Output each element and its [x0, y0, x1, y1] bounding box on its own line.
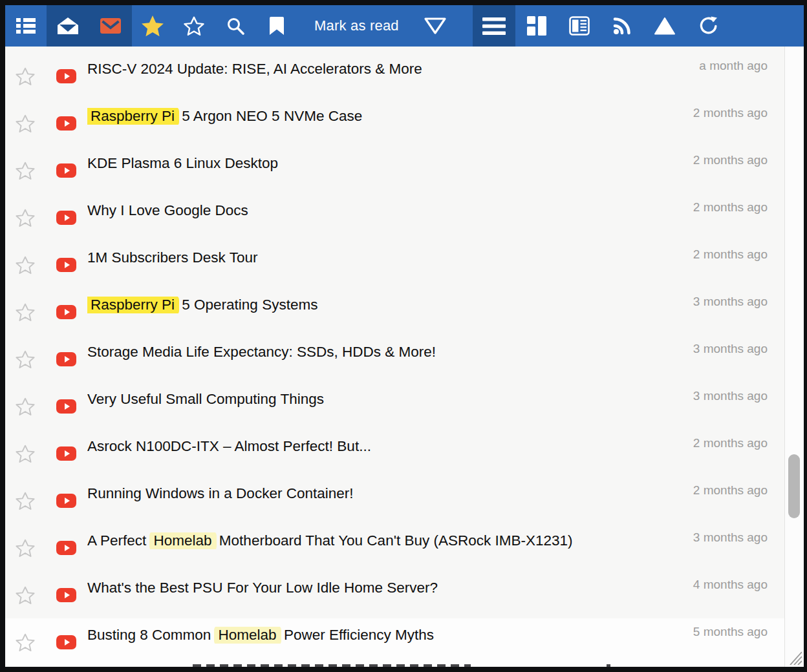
filter-dropdown-icon: [424, 17, 447, 35]
item-timestamp: 5 months ago: [693, 625, 768, 639]
article-list: RISC-V 2024 Update: RISE, AI Accelerator…: [5, 47, 784, 667]
star-icon[interactable]: [16, 585, 35, 604]
youtube-icon: [56, 116, 76, 131]
item-title: What's the Best PSU For Your Low Idle Ho…: [87, 580, 687, 596]
scrollbar-track[interactable]: [784, 47, 804, 667]
list-item[interactable]: Raspberry Pi 5 Operating Systems 3 month…: [5, 288, 784, 335]
refresh-icon: [698, 16, 717, 36]
unflagged-filter-button[interactable]: [173, 5, 215, 47]
item-title: 1M Subscribers Desk Tour: [87, 249, 687, 266]
star-icon[interactable]: [16, 633, 35, 651]
star-icon[interactable]: [16, 161, 35, 180]
youtube-icon: [56, 211, 76, 225]
star-filled-icon: [141, 15, 164, 37]
content-area: RISC-V 2024 Update: RISE, AI Accelerator…: [5, 47, 804, 667]
open-envelope-icon: [58, 17, 78, 34]
scrollbar-thumb[interactable]: [788, 454, 800, 518]
list-item[interactable]: Busting 8 Common Homelab Power Efficienc…: [5, 618, 784, 666]
item-timestamp: 2 months ago: [693, 153, 768, 167]
search-button[interactable]: [215, 5, 256, 47]
star-icon[interactable]: [16, 302, 35, 321]
unread-envelope-icon: [100, 18, 121, 34]
toolbar: Mark as read: [5, 5, 804, 47]
refresh-button[interactable]: [686, 5, 729, 47]
item-title: Raspberry Pi 5 Argon NEO 5 NVMe Case: [87, 108, 687, 125]
list-item[interactable]: What's the Best PSU For Your Low Idle Ho…: [5, 571, 784, 618]
youtube-icon: [56, 305, 76, 319]
youtube-icon: [56, 541, 76, 555]
layout-button[interactable]: [515, 5, 558, 47]
item-timestamp: a month ago: [699, 59, 768, 73]
star-icon[interactable]: [16, 67, 35, 85]
item-title: Running Windows in a Docker Container!: [87, 485, 687, 502]
youtube-icon: [56, 635, 76, 649]
item-timestamp: 3 months ago: [693, 530, 768, 545]
star-icon[interactable]: [16, 350, 35, 368]
item-timestamp: 3 months ago: [693, 389, 768, 403]
youtube-icon: [56, 69, 76, 83]
bookmark-button[interactable]: [256, 5, 297, 47]
item-title: A Perfect Homelab Motherboard That You C…: [87, 532, 687, 549]
read-mail-button[interactable]: [47, 5, 89, 47]
item-title: Raspberry Pi 5 Operating Systems: [87, 297, 687, 313]
item-title: KDE Plasma 6 Linux Desktop: [87, 155, 687, 172]
mark-as-read-label: Mark as read: [314, 17, 399, 34]
item-timestamp: 3 months ago: [693, 342, 768, 356]
star-icon[interactable]: [16, 397, 35, 415]
star-icon[interactable]: [16, 491, 35, 510]
youtube-icon: [56, 163, 76, 178]
item-timestamp: 3 months ago: [693, 295, 768, 309]
list-item[interactable]: KDE Plasma 6 Linux Desktop 2 months ago: [5, 147, 784, 194]
hamburger-icon: [482, 17, 506, 35]
item-title: Why I Love Google Docs: [87, 202, 687, 219]
reader-view-button[interactable]: [558, 5, 601, 47]
resize-grip-icon[interactable]: [788, 649, 802, 665]
item-title: Asrock N100DC-ITX – Almost Perfect! But.…: [87, 438, 687, 455]
star-outline-icon: [184, 16, 204, 36]
youtube-icon: [56, 399, 76, 414]
star-icon[interactable]: [16, 114, 35, 132]
list-item[interactable]: Asrock N100DC-ITX – Almost Perfect! But.…: [5, 430, 784, 477]
youtube-icon: [56, 494, 76, 508]
list-item[interactable]: A Perfect Homelab Motherboard That You C…: [5, 524, 784, 571]
triangle-up-icon: [654, 17, 675, 35]
reader-icon: [569, 16, 590, 36]
item-timestamp: 2 months ago: [693, 436, 768, 450]
item-title: RISC-V 2024 Update: RISE, AI Accelerator…: [87, 61, 687, 78]
item-timestamp: 2 months ago: [693, 200, 768, 215]
search-icon: [226, 17, 244, 35]
flagged-filter-button[interactable]: [132, 5, 173, 47]
list-view-button[interactable]: [5, 5, 47, 47]
star-icon[interactable]: [16, 538, 35, 557]
feeds-button[interactable]: [601, 5, 643, 47]
item-title: Busting 8 Common Homelab Power Efficienc…: [87, 627, 687, 644]
menu-button[interactable]: [473, 5, 515, 47]
item-timestamp: 2 months ago: [693, 106, 768, 120]
envelope-button-group: [47, 5, 132, 47]
mark-as-read-button[interactable]: Mark as read: [297, 5, 464, 47]
item-timestamp: 2 months ago: [693, 247, 768, 262]
star-icon[interactable]: [16, 255, 35, 274]
item-timestamp: 2 months ago: [693, 483, 768, 498]
unread-mail-button[interactable]: [89, 5, 132, 47]
bookmark-icon: [270, 17, 284, 35]
list-icon: [16, 17, 36, 34]
youtube-icon: [56, 588, 76, 602]
list-item[interactable]: Running Windows in a Docker Container! 2…: [5, 477, 784, 524]
list-item[interactable]: RISC-V 2024 Update: RISE, AI Accelerator…: [5, 52, 784, 100]
list-item[interactable]: 1M Subscribers Desk Tour 2 months ago: [5, 241, 784, 288]
list-item[interactable]: Raspberry Pi 5 Argon NEO 5 NVMe Case 2 m…: [5, 100, 784, 147]
youtube-icon: [56, 258, 76, 272]
item-title: Storage Media Life Expectancy: SSDs, HDD…: [87, 344, 687, 361]
clipped-next-row: [193, 664, 471, 667]
list-item[interactable]: Storage Media Life Expectancy: SSDs, HDD…: [5, 335, 784, 383]
youtube-icon: [56, 352, 76, 366]
list-item[interactable]: Why I Love Google Docs 2 months ago: [5, 194, 784, 241]
grid-icon: [527, 16, 546, 36]
star-icon[interactable]: [16, 444, 35, 463]
youtube-icon: [56, 446, 76, 461]
star-icon[interactable]: [16, 208, 35, 227]
app-window: Mark as read: [5, 5, 804, 667]
list-item[interactable]: Very Useful Small Computing Things 3 mon…: [5, 383, 784, 430]
scroll-to-top-button[interactable]: [643, 5, 686, 47]
